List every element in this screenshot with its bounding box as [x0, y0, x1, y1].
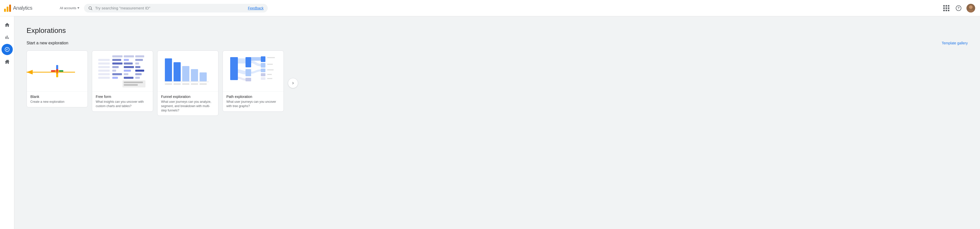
svg-rect-45	[182, 83, 189, 85]
search-placeholder: Try searching "measurement ID"	[95, 6, 242, 10]
apps-button[interactable]	[941, 3, 951, 13]
svg-rect-55	[261, 73, 266, 76]
path-card[interactable]: Path exploration What user journeys can …	[223, 51, 284, 112]
svg-rect-8	[124, 55, 134, 57]
svg-rect-28	[124, 73, 128, 75]
blank-card-title: Blank	[30, 95, 84, 99]
svg-rect-58	[267, 64, 273, 65]
nav-right: ?	[941, 3, 976, 13]
svg-rect-48	[230, 57, 238, 80]
svg-rect-13	[135, 59, 143, 61]
svg-rect-30	[98, 77, 110, 79]
section-label: Start a new exploration	[27, 41, 68, 45]
blank-card-info: Blank Create a new exploration	[27, 92, 88, 107]
svg-rect-35	[124, 82, 143, 83]
sidebar-item-home[interactable]	[2, 19, 13, 30]
svg-rect-16	[124, 62, 133, 65]
avatar	[966, 4, 975, 13]
svg-rect-54	[261, 68, 266, 72]
chevron-down-icon	[77, 7, 80, 9]
svg-rect-12	[124, 59, 129, 61]
svg-rect-40	[191, 69, 198, 81]
chevron-right-icon	[291, 81, 295, 86]
home-icon	[4, 22, 10, 28]
svg-rect-27	[112, 73, 122, 75]
main-content: Explorations Start a new exploration Tem…	[14, 16, 980, 229]
svg-rect-56	[261, 77, 266, 80]
path-card-desc: What user journeys can you uncover with …	[226, 100, 280, 108]
sidebar-item-reports[interactable]	[2, 32, 13, 43]
search-bar[interactable]: Try searching "measurement ID" Feedback	[84, 4, 268, 13]
free-form-card[interactable]: Free form What insights can you uncover …	[92, 51, 153, 112]
apps-grid-icon	[943, 5, 950, 11]
svg-rect-43	[165, 83, 172, 85]
svg-rect-23	[112, 70, 116, 72]
funnel-card-info: Funnel exploration What user journeys ca…	[158, 92, 218, 116]
blank-card-desc: Create a new exploration	[30, 100, 84, 104]
logo-area: Analytics	[4, 5, 55, 12]
svg-rect-19	[112, 66, 119, 68]
funnel-card-title: Funnel exploration	[161, 95, 215, 99]
help-button[interactable]: ?	[953, 3, 964, 13]
svg-rect-25	[135, 70, 144, 72]
svg-rect-20	[124, 66, 134, 68]
top-navigation: Analytics All accounts Try searching "me…	[0, 0, 980, 16]
svg-rect-52	[261, 56, 266, 62]
svg-rect-36	[124, 84, 138, 86]
svg-rect-11	[112, 59, 121, 61]
svg-rect-34	[123, 80, 145, 87]
advertising-icon	[4, 59, 10, 65]
svg-rect-10	[98, 59, 110, 61]
svg-rect-41	[200, 72, 207, 81]
svg-rect-7	[112, 55, 123, 57]
explore-icon	[4, 47, 10, 52]
next-button[interactable]	[288, 78, 298, 88]
svg-rect-37	[165, 59, 172, 81]
svg-rect-29	[135, 73, 142, 75]
blank-card[interactable]: Blank Create a new exploration	[27, 51, 88, 107]
account-button[interactable]	[966, 3, 976, 13]
sidebar-item-advertising[interactable]	[2, 56, 13, 67]
feedback-link[interactable]: Feedback	[248, 6, 263, 10]
svg-rect-46	[191, 83, 198, 85]
svg-rect-15	[112, 62, 123, 65]
free-form-card-desc: What insights can you uncover with custo…	[96, 100, 149, 108]
free-form-preview	[92, 51, 153, 92]
free-form-preview-svg	[97, 53, 148, 89]
svg-rect-47	[200, 83, 207, 85]
template-gallery-link[interactable]: Template gallery	[942, 41, 968, 45]
bar-chart-icon	[4, 35, 10, 40]
path-preview	[223, 51, 283, 92]
blank-card-preview	[27, 51, 88, 92]
analytics-logo-icon	[4, 5, 11, 12]
account-selector[interactable]: All accounts	[58, 5, 81, 11]
logo-bar-1	[4, 9, 6, 12]
svg-rect-24	[124, 70, 131, 72]
page-title: Explorations	[27, 27, 968, 35]
logo-bar-2	[6, 6, 8, 12]
funnel-card-desc: What user journeys can you analyze, segm…	[161, 100, 215, 113]
free-form-card-title: Free form	[96, 95, 149, 99]
svg-rect-57	[267, 57, 275, 58]
sidebar	[0, 16, 14, 229]
svg-rect-60	[267, 74, 272, 75]
svg-rect-53	[261, 63, 266, 68]
svg-rect-44	[173, 83, 181, 85]
svg-rect-50	[245, 69, 251, 76]
svg-rect-49	[245, 57, 251, 67]
funnel-card[interactable]: Funnel exploration What user journeys ca…	[157, 51, 218, 116]
help-circle-icon: ?	[956, 5, 961, 11]
svg-rect-38	[173, 62, 181, 81]
plus-icon	[51, 65, 63, 77]
sidebar-item-explore[interactable]	[2, 44, 13, 55]
path-preview-svg	[228, 53, 279, 89]
svg-rect-39	[182, 66, 189, 81]
funnel-preview-svg	[162, 53, 213, 89]
svg-rect-59	[267, 69, 274, 70]
svg-rect-22	[98, 70, 110, 72]
svg-rect-31	[112, 77, 118, 79]
free-form-card-info: Free form What insights can you uncover …	[92, 92, 153, 111]
funnel-preview	[158, 51, 218, 92]
cards-row: Blank Create a new exploration	[27, 51, 968, 116]
svg-rect-32	[124, 77, 134, 79]
